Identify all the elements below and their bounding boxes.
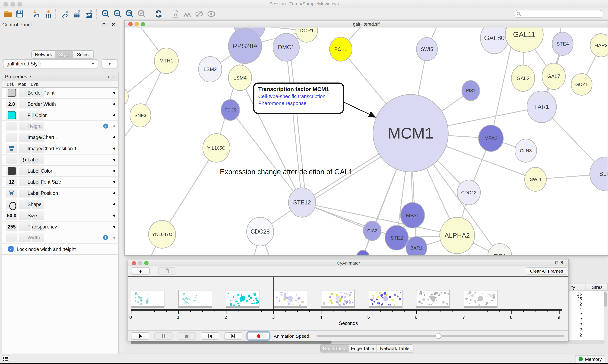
network-window-titlebar[interactable]: galFiltered.sif (125, 21, 608, 28)
close-window-icon[interactable] (3, 2, 8, 6)
cyanimator-titlebar[interactable]: CyAnimator ◻✖ (128, 260, 568, 267)
lock-size-checkbox[interactable]: ✓ (8, 246, 14, 252)
ellipse-icon[interactable] (9, 202, 17, 210)
frame-thumbnail-6[interactable] (416, 290, 450, 307)
network-node-swi5[interactable]: SWI5 (416, 38, 437, 61)
expand-all-icon[interactable]: » (106, 75, 112, 78)
column-header-stress[interactable]: Stres (592, 285, 603, 290)
table-cell-ity[interactable]: 25 (569, 297, 582, 301)
frame-thumbnail-7[interactable] (464, 290, 497, 307)
network-node-swi4[interactable]: SWI4 (525, 167, 546, 191)
import-network-icon[interactable] (30, 9, 42, 19)
network-node-cdc42[interactable]: CDC42 (457, 180, 480, 205)
annotation-box[interactable]: Transcription factor MCM1 Cell-type-spec… (253, 83, 344, 114)
position-icon[interactable] (9, 146, 14, 151)
frame-thumbnail-5[interactable] (369, 290, 402, 307)
frame-thumbnail-3[interactable] (274, 290, 307, 307)
collapse-arrow-icon[interactable]: ◀ (112, 135, 115, 139)
collapse-all-icon[interactable]: « (111, 75, 117, 78)
table-cell-ity[interactable]: 1 (569, 307, 582, 312)
record-button[interactable] (247, 332, 269, 340)
network-node-bar1[interactable]: BAR1 (406, 236, 427, 255)
network-node-lsm4[interactable]: LSM4 (228, 65, 252, 91)
property-cell[interactable] (6, 155, 17, 164)
network-node-tup1[interactable]: TUP1 (488, 244, 512, 255)
network-node-gal7[interactable]: GAL7 (542, 63, 566, 90)
annotation-link-2[interactable]: Pheromone response (258, 100, 339, 106)
table-tab-edge-table[interactable]: Edge Table (349, 345, 376, 352)
info-icon[interactable]: i (103, 235, 108, 240)
save-session-icon[interactable] (14, 9, 26, 19)
network-node-far1[interactable]: FAR1 (527, 91, 556, 123)
collapse-arrow-icon[interactable]: ◀ (112, 91, 115, 94)
network-node-ynl047c[interactable]: YNL047C (149, 220, 176, 248)
network-node-cln3[interactable]: CLN3 (515, 139, 537, 162)
property-row-label-font-size[interactable]: 12Label Font Size◀ (2, 177, 118, 188)
default-value-swatch[interactable] (8, 111, 16, 119)
column-header-ity[interactable]: ity (570, 285, 575, 290)
style-select[interactable]: galFiltered Style ▼ (3, 59, 98, 68)
network-canvas[interactable]: RPS28BDCP1RPS28ADMC1PCK1SWI5GAL80GAL11ST… (125, 27, 608, 255)
network-node-gcy1[interactable]: GCY1 (571, 74, 592, 95)
open-session-icon[interactable] (1, 9, 14, 19)
property-cell[interactable] (6, 133, 17, 142)
network-node-pis1[interactable]: PIS1 (462, 80, 480, 101)
network-node-snf3[interactable]: SNF3 (130, 104, 151, 127)
default-value[interactable]: 255 (6, 224, 17, 229)
network-node-mfa2[interactable]: MFA2 (479, 125, 503, 152)
table-cell-ity[interactable]: 2 (569, 333, 582, 337)
collapse-arrow-icon[interactable]: ◀ (112, 113, 115, 117)
network-node-ste4[interactable]: STE4 (552, 32, 573, 55)
network-node-cdc28[interactable]: CDC28 (247, 217, 274, 246)
pause-button[interactable] (154, 332, 173, 340)
export-image-icon[interactable] (83, 9, 95, 19)
network-node-gal80[interactable]: GAL80 (480, 27, 508, 54)
tab-network[interactable]: Network (32, 51, 55, 58)
collapse-arrow-icon[interactable]: ◀ (112, 146, 115, 150)
discrete-mapping-icon[interactable] (22, 157, 28, 163)
network-node-rps28a[interactable]: RPS28A (228, 29, 262, 64)
property-row-label-color[interactable]: Label Color◀ (2, 166, 118, 177)
table-cell-ity[interactable]: 26 (569, 292, 582, 296)
info-icon[interactable]: i (103, 124, 108, 129)
animation-speed-slider[interactable] (435, 333, 441, 339)
delete-frame-button[interactable] (158, 267, 176, 275)
frame-thumbnail-1[interactable] (178, 290, 212, 307)
properties-header[interactable]: Properties ▼ » « (2, 72, 118, 81)
apply-layout-icon[interactable] (152, 9, 164, 19)
step-forward-button[interactable] (224, 332, 242, 340)
collapse-arrow-icon[interactable]: ◀ (112, 191, 115, 195)
table-cell-ity[interactable]: 2 (569, 312, 582, 317)
add-frame-button[interactable]: + (131, 267, 150, 275)
default-value-swatch[interactable] (8, 89, 16, 97)
search-input[interactable] (514, 10, 603, 18)
memory-button[interactable]: Memory (575, 355, 605, 363)
network-node-hap2[interactable]: HAP2 (590, 34, 608, 57)
network-node-yil105c[interactable]: YIL105C (203, 134, 230, 162)
property-row-image-chart-position-1[interactable]: Image/Chart Position 1◀ (2, 143, 118, 155)
tab-select[interactable]: Select (73, 51, 93, 58)
table-cell-ity[interactable]: 2 (569, 327, 582, 332)
collapse-arrow-icon[interactable]: ◀ (112, 124, 115, 128)
property-cell[interactable] (6, 233, 17, 242)
property-row-label[interactable]: Label◀ (2, 155, 118, 166)
show-panels-button[interactable] (1, 355, 9, 362)
collapse-arrow-icon[interactable]: ◀ (112, 169, 115, 172)
network-node-dmc1[interactable]: DMC1 (273, 33, 299, 61)
table-tab-node-table[interactable]: Node Table (321, 345, 349, 352)
property-row-image-chart-1[interactable]: Image/Chart 1◀ (2, 132, 118, 143)
frame-thumbnail-0[interactable] (131, 290, 164, 307)
property-row-transparency[interactable]: 255Transparency◀ (2, 221, 118, 233)
default-value-swatch[interactable] (8, 167, 16, 175)
zoom-fit-icon[interactable] (124, 9, 136, 19)
network-node[interactable] (125, 89, 128, 104)
import-table-icon[interactable] (42, 9, 54, 19)
network-node-mth1[interactable]: MTH1 (154, 48, 179, 74)
minimize-window-icon[interactable] (11, 2, 15, 6)
default-value[interactable]: 2.0 (6, 101, 17, 107)
collapse-arrow-icon[interactable]: ◀ (112, 224, 115, 228)
export-table-icon[interactable] (71, 9, 83, 19)
export-network-icon[interactable] (59, 9, 71, 19)
tab-style[interactable]: Style (55, 51, 73, 58)
property-row-width[interactable]: Widthi◀ (2, 233, 118, 244)
